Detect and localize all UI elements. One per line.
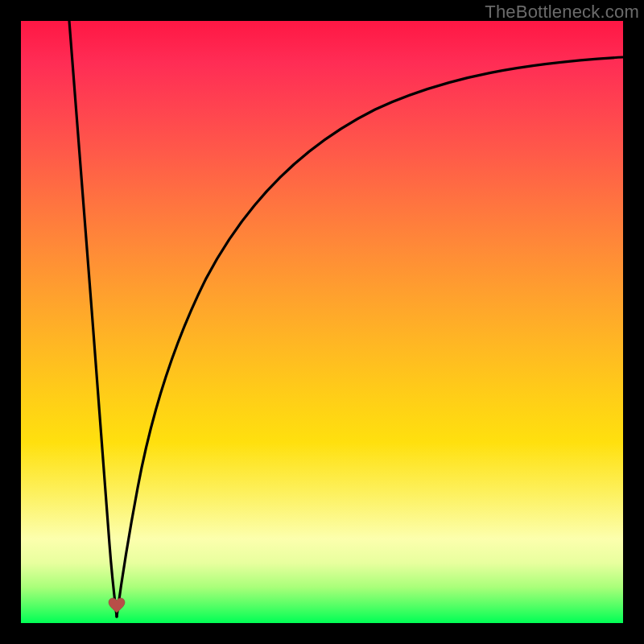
- chart-curve: [21, 21, 623, 623]
- watermark-text: TheBottleneck.com: [485, 2, 639, 23]
- chart-frame: [21, 21, 623, 623]
- heart-icon: [108, 597, 126, 613]
- curve-right-branch: [117, 57, 623, 617]
- curve-left-branch: [69, 21, 117, 617]
